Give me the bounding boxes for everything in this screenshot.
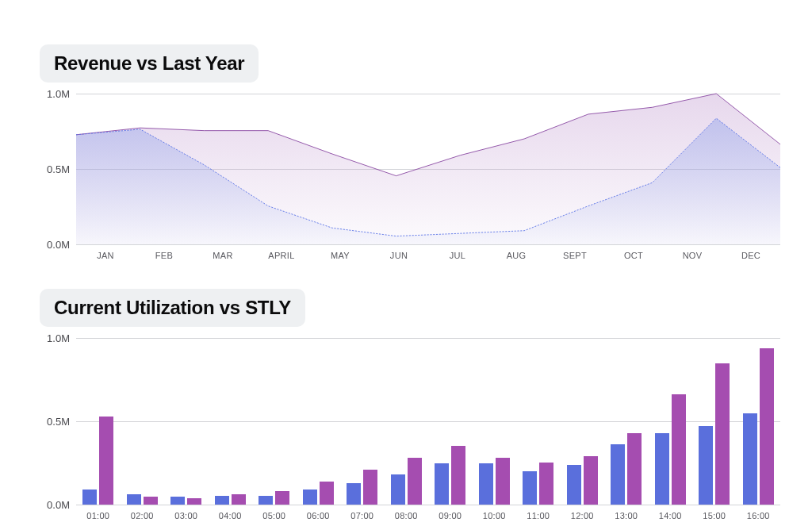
x-tick-label: 13:00 (604, 511, 649, 520)
x-tick-label: MAR (193, 251, 252, 260)
bar-stly (320, 482, 334, 505)
gridline (76, 244, 780, 245)
bar-current (170, 497, 185, 505)
revenue-title: Revenue vs Last Year (40, 44, 259, 83)
bar-current (303, 490, 317, 505)
utilization-title: Current Utilization vs STLY (40, 289, 305, 327)
x-tick-label: MAY (311, 251, 370, 260)
x-tick-label: 01:00 (76, 511, 121, 520)
bar-current (435, 463, 449, 505)
y-tick-label: 0.0M (47, 499, 70, 511)
bar-current (479, 463, 493, 505)
utilization-section: Current Utilization vs STLY 0.0M 0.5M 1.… (32, 289, 780, 505)
y-tick-label: 1.0M (47, 88, 70, 100)
x-tick-label: JUN (370, 251, 428, 260)
bar-stly (99, 417, 113, 505)
x-tick-label: 12:00 (561, 511, 605, 520)
x-tick-label: JAN (76, 251, 135, 260)
bar-current (567, 465, 581, 505)
bar-group (252, 338, 297, 505)
y-tick-label: 1.0M (47, 332, 70, 344)
bar-group (737, 338, 781, 505)
x-tick-label: 03:00 (164, 511, 209, 520)
x-tick-label: 10:00 (473, 511, 517, 520)
revenue-section: Revenue vs Last Year 0.0M 0.5M 1.0M (32, 44, 780, 244)
revenue-x-axis: JANFEBMARAPRILMAYJUNJULAUGSEPTOCTNOVDEC (76, 251, 780, 260)
revenue-y-axis: 0.0M 0.5M 1.0M (32, 94, 76, 244)
bar-current (699, 426, 713, 505)
revenue-chart: 0.0M 0.5M 1.0M (32, 94, 780, 244)
bar-group (692, 338, 737, 505)
bar-current (215, 496, 229, 505)
bar-stly (232, 494, 246, 505)
bar-group (209, 338, 253, 505)
bar-stly (408, 458, 422, 505)
y-tick-label: 0.5M (47, 163, 70, 175)
bar-current (655, 433, 669, 505)
bar-groups (76, 338, 780, 505)
x-tick-label: JUL (428, 251, 487, 260)
bar-group (385, 338, 429, 505)
bar-stly (496, 458, 510, 505)
bar-group (164, 338, 209, 505)
x-tick-label: 09:00 (428, 511, 473, 520)
x-tick-label: APRIL (252, 251, 311, 260)
x-tick-label: 06:00 (297, 511, 341, 520)
bar-current (523, 471, 537, 505)
x-tick-label: OCT (604, 251, 663, 260)
bar-current (127, 494, 141, 505)
x-tick-label: DEC (722, 251, 780, 260)
bar-stly (539, 463, 553, 505)
bar-group (516, 338, 561, 505)
gridline (76, 505, 780, 505)
bar-current (82, 490, 97, 505)
x-tick-label: SEPT (546, 251, 604, 260)
dashboard-card: Revenue vs Last Year 0.0M 0.5M 1.0M (0, 0, 812, 526)
x-tick-label: 02:00 (121, 511, 165, 520)
x-tick-label: 07:00 (340, 511, 385, 520)
bar-current (259, 496, 273, 505)
bar-stly (451, 446, 465, 505)
y-tick-label: 0.0M (47, 239, 70, 251)
x-tick-label: 14:00 (649, 511, 693, 520)
revenue-plot (76, 94, 780, 244)
bar-current (347, 483, 361, 505)
x-tick-label: FEB (135, 251, 193, 260)
bar-group (649, 338, 693, 505)
x-tick-label: AUG (487, 251, 546, 260)
bar-current (611, 444, 625, 505)
bar-group (76, 338, 121, 505)
bar-stly (275, 491, 289, 505)
bar-stly (715, 363, 730, 505)
y-tick-label: 0.5M (47, 416, 70, 428)
bar-stly (627, 433, 642, 505)
bar-group (561, 338, 605, 505)
utilization-y-axis: 0.0M 0.5M 1.0M (32, 338, 76, 505)
bar-group (297, 338, 341, 505)
bar-stly (584, 456, 598, 505)
bar-stly (672, 394, 686, 505)
x-tick-label: 04:00 (209, 511, 253, 520)
x-tick-label: 08:00 (385, 511, 429, 520)
bar-current (743, 413, 757, 505)
revenue-svg (76, 94, 780, 244)
x-tick-label: 16:00 (737, 511, 781, 520)
bar-current (391, 474, 405, 505)
bar-group (604, 338, 649, 505)
x-tick-label: NOV (663, 251, 722, 260)
bar-group (340, 338, 385, 505)
bar-stly (363, 470, 377, 505)
utilization-chart: 0.0M 0.5M 1.0M 01:0002:0003:0004:0005:00… (32, 338, 780, 505)
x-tick-label: 15:00 (692, 511, 737, 520)
bar-stly (187, 498, 201, 505)
bar-stly (760, 348, 774, 505)
utilization-plot (76, 338, 780, 505)
x-tick-label: 05:00 (252, 511, 297, 520)
bar-group (428, 338, 473, 505)
utilization-x-axis: 01:0002:0003:0004:0005:0006:0007:0008:00… (76, 511, 780, 520)
x-tick-label: 11:00 (516, 511, 561, 520)
bar-stly (144, 497, 158, 505)
bar-group (121, 338, 165, 505)
bar-group (473, 338, 517, 505)
